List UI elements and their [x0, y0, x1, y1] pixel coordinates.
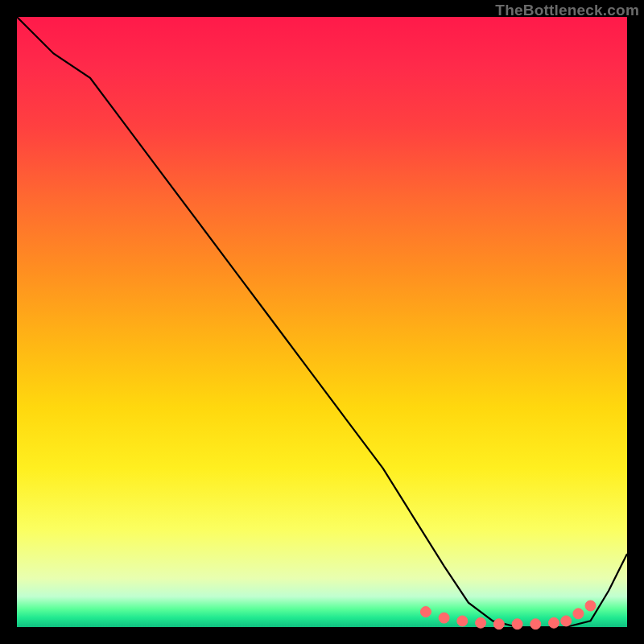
watermark-text: TheBottleneck.com: [495, 2, 639, 19]
chart-frame: TheBottleneck.com: [0, 0, 644, 644]
gradient-plot-area: [17, 17, 627, 627]
